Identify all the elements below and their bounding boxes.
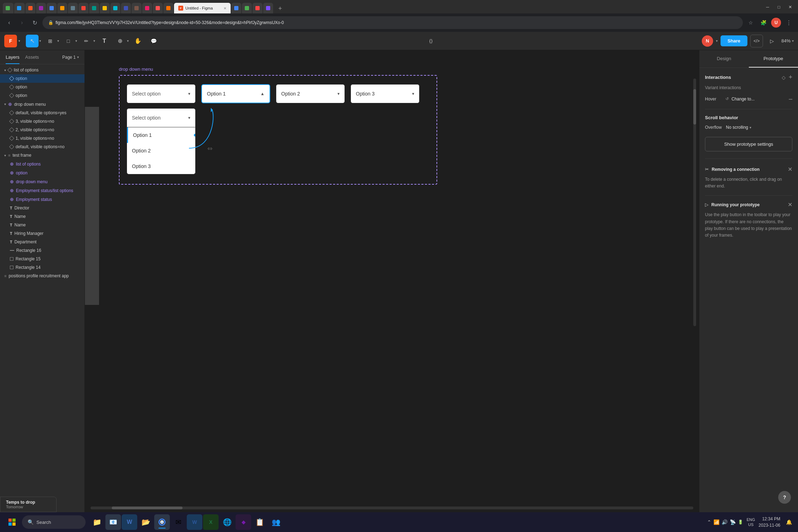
interactions-flow-icon[interactable]: ◇ — [782, 75, 786, 80]
tab-design[interactable]: Design — [699, 50, 749, 68]
taskbar-app-word2[interactable]: W — [187, 514, 202, 530]
tab-7[interactable] — [132, 3, 141, 13]
select-option-1[interactable]: Select option ▾ — [127, 84, 196, 103]
layer-employment-status[interactable]: ⊕ Employment status — [0, 195, 85, 204]
layer-option-selected[interactable]: option — [0, 74, 85, 83]
component-tool[interactable]: ⊕ — [114, 35, 126, 47]
move-tool-caret[interactable]: ▾ — [39, 39, 41, 43]
share-button[interactable]: Share — [721, 35, 747, 46]
taskbar-clock[interactable]: 12:34 PM 2023-11-06 — [759, 516, 780, 528]
help-button[interactable]: ? — [778, 491, 791, 504]
canvas-scrollbar-thumb[interactable] — [693, 89, 696, 125]
tab-ol[interactable] — [68, 3, 78, 13]
tab-5s[interactable] — [163, 3, 173, 13]
remove-interaction-button[interactable]: – — [789, 95, 792, 103]
logo-chevron[interactable]: ▾ — [18, 39, 20, 43]
select-option-2[interactable]: Option 1 ▲ — [201, 84, 270, 103]
move-tool[interactable]: ↖ — [26, 35, 39, 47]
tab-re[interactable] — [57, 3, 67, 13]
url-bar[interactable]: 🔒 figma.com/file/jyvHQ3TlenvzVVYp7H32eV/… — [42, 16, 743, 29]
dropdown-option-2[interactable]: Option 2 — [127, 143, 195, 158]
tab-figma-active[interactable]: F Untitled - Figma ✕ — [174, 3, 231, 13]
text-tool[interactable]: T — [98, 35, 111, 47]
layer-name-1[interactable]: T Name — [0, 212, 85, 221]
profile-button[interactable]: U — [771, 18, 781, 28]
layer-test-frame[interactable]: ▾ ≡ test frame — [0, 151, 85, 160]
taskbar-app-word3[interactable]: ◆ — [236, 514, 251, 530]
taskbar-search[interactable]: 🔍 Search — [22, 515, 86, 529]
layer-2-no[interactable]: 2, visible options=no — [0, 126, 85, 134]
show-prototype-settings-button[interactable]: Show prototype settings — [705, 137, 792, 151]
layer-list-of-options[interactable]: ▾ list of options — [0, 66, 85, 74]
comment-tool[interactable]: 💬 — [147, 35, 160, 47]
dropdown-option-1[interactable]: Option 1 — [127, 127, 195, 143]
taskbar-app-teams[interactable]: 👥 — [268, 514, 284, 530]
connections-icon[interactable]: ⟨⟩ — [424, 35, 437, 47]
component-tool-caret[interactable]: ▾ — [127, 39, 129, 43]
layer-rect-16[interactable]: Rectangle 16 — [0, 246, 85, 255]
tab-g[interactable] — [47, 3, 57, 13]
taskbar-app-onenote[interactable]: 📋 — [252, 514, 267, 530]
select-option-4[interactable]: Option 3 ▾ — [351, 84, 420, 103]
close-window-button[interactable]: ✕ — [785, 2, 795, 12]
layer-rect-15[interactable]: Rectangle 15 — [0, 255, 85, 263]
layer-list-of-options-2[interactable]: ⊕ list of options — [0, 160, 85, 168]
taskbar-app-excel[interactable]: X — [203, 514, 219, 530]
layer-1-no[interactable]: 1, visible options=no — [0, 134, 85, 143]
layer-hiring-manager[interactable]: T Hiring Manager — [0, 229, 85, 238]
frame-tool-caret[interactable]: ▾ — [57, 39, 59, 43]
layer-rect-14[interactable]: Rectangle 14 — [0, 263, 85, 272]
taskbar-app-email[interactable]: 📧 — [105, 514, 121, 530]
tab-hx[interactable] — [242, 3, 252, 13]
layer-positions-profile[interactable]: ≡ positions profile recruitment app — [0, 272, 85, 280]
user-caret[interactable]: ▾ — [716, 39, 718, 43]
tab-m[interactable] — [121, 3, 131, 13]
layer-option-2[interactable]: option — [0, 83, 85, 91]
tab-bu[interactable] — [79, 3, 88, 13]
forward-button[interactable]: › — [17, 18, 27, 28]
dropdown-menu-frame[interactable]: Select option ▾ Option 1 ▲ Option 2 — [119, 75, 437, 185]
more-options-button[interactable]: ⋮ — [784, 18, 794, 28]
present-button[interactable]: ▷ — [766, 35, 779, 47]
layer-3-no[interactable]: 3, visible options=no — [0, 117, 85, 126]
start-button[interactable] — [4, 514, 20, 530]
zoom-control[interactable]: 84% ▾ — [781, 38, 794, 44]
close-removing-button[interactable]: ✕ — [788, 166, 792, 173]
tab-cr[interactable] — [153, 3, 163, 13]
tab-w[interactable] — [14, 3, 25, 13]
back-button[interactable]: ‹ — [4, 18, 14, 28]
maximize-button[interactable]: □ — [774, 2, 784, 12]
canvas-scrollbar-h[interactable] — [91, 507, 693, 509]
add-interaction-button[interactable]: + — [788, 74, 792, 81]
notification-icon[interactable]: 🔔 — [784, 517, 794, 527]
taskbar-app-edge[interactable]: 🌐 — [219, 514, 235, 530]
layer-option-highlighted[interactable]: ⊕ option — [0, 168, 85, 177]
select-open-trigger[interactable]: Select option ▾ — [127, 108, 196, 127]
shape-tool[interactable]: □ — [62, 35, 75, 47]
taskbar-app-mail2[interactable]: ✉ — [170, 514, 186, 530]
close-running-button[interactable]: ✕ — [788, 201, 792, 208]
pen-tool[interactable]: ✏ — [80, 35, 93, 47]
layer-director[interactable]: T Director — [0, 204, 85, 212]
tab-w2[interactable] — [253, 3, 262, 13]
layer-department[interactable]: T Department — [0, 238, 85, 246]
code-view-button[interactable]: </> — [750, 35, 763, 47]
layer-default-yes[interactable]: default, visible options=yes — [0, 109, 85, 117]
layer-employment-status-list[interactable]: ⊕ Employment status/list options — [0, 186, 85, 195]
new-tab-button[interactable]: + — [275, 4, 285, 13]
tab-u[interactable] — [263, 3, 273, 13]
layer-name-2[interactable]: T Name — [0, 221, 85, 229]
tab-gfic[interactable] — [231, 3, 241, 13]
hand-tool[interactable]: ✋ — [132, 35, 144, 47]
select-option-3[interactable]: Option 2 ▾ — [276, 84, 345, 103]
tab-ht[interactable] — [100, 3, 110, 13]
tab-h[interactable] — [89, 3, 99, 13]
pen-tool-caret[interactable]: ▾ — [93, 39, 95, 43]
tab-assets[interactable]: Assets — [25, 50, 39, 64]
tab-pr[interactable] — [142, 3, 152, 13]
extension-button[interactable]: 🧩 — [758, 18, 768, 28]
close-tab-icon[interactable]: ✕ — [224, 6, 226, 10]
taskbar-app-word[interactable]: W — [122, 514, 137, 530]
taskbar-app-files[interactable]: 📁 — [89, 514, 105, 530]
dropdown-option-3[interactable]: Option 3 — [127, 158, 195, 174]
